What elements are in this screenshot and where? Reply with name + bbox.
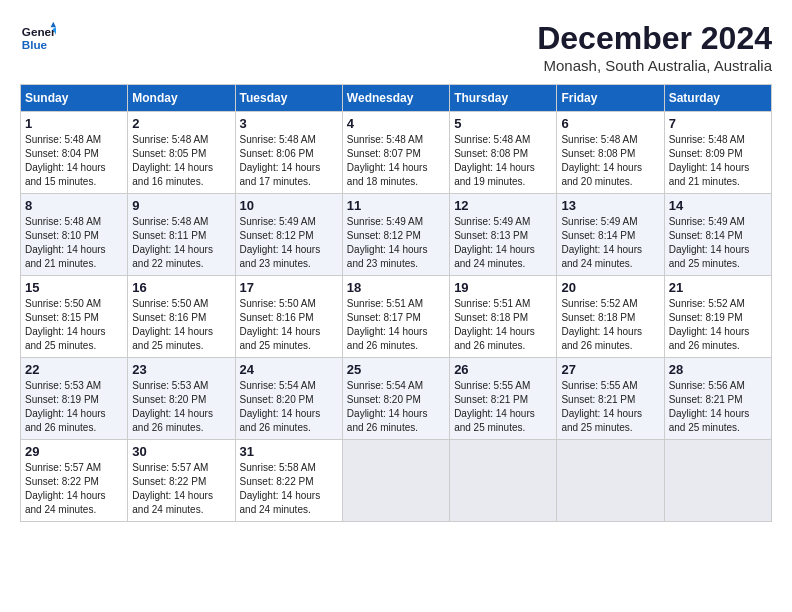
calendar-week-row: 29 Sunrise: 5:57 AM Sunset: 8:22 PM Dayl… bbox=[21, 440, 772, 522]
calendar-cell bbox=[450, 440, 557, 522]
day-info: Sunrise: 5:50 AM Sunset: 8:16 PM Dayligh… bbox=[132, 297, 230, 353]
calendar-cell: 16 Sunrise: 5:50 AM Sunset: 8:16 PM Dayl… bbox=[128, 276, 235, 358]
calendar-cell: 21 Sunrise: 5:52 AM Sunset: 8:19 PM Dayl… bbox=[664, 276, 771, 358]
day-number: 8 bbox=[25, 198, 123, 213]
calendar-cell bbox=[664, 440, 771, 522]
day-info: Sunrise: 5:58 AM Sunset: 8:22 PM Dayligh… bbox=[240, 461, 338, 517]
day-info: Sunrise: 5:54 AM Sunset: 8:20 PM Dayligh… bbox=[347, 379, 445, 435]
calendar-cell: 13 Sunrise: 5:49 AM Sunset: 8:14 PM Dayl… bbox=[557, 194, 664, 276]
day-info: Sunrise: 5:57 AM Sunset: 8:22 PM Dayligh… bbox=[25, 461, 123, 517]
header-friday: Friday bbox=[557, 85, 664, 112]
header-thursday: Thursday bbox=[450, 85, 557, 112]
day-info: Sunrise: 5:48 AM Sunset: 8:06 PM Dayligh… bbox=[240, 133, 338, 189]
day-info: Sunrise: 5:49 AM Sunset: 8:12 PM Dayligh… bbox=[347, 215, 445, 271]
day-number: 24 bbox=[240, 362, 338, 377]
calendar-cell: 12 Sunrise: 5:49 AM Sunset: 8:13 PM Dayl… bbox=[450, 194, 557, 276]
svg-text:Blue: Blue bbox=[22, 38, 48, 51]
day-info: Sunrise: 5:51 AM Sunset: 8:18 PM Dayligh… bbox=[454, 297, 552, 353]
calendar-cell: 27 Sunrise: 5:55 AM Sunset: 8:21 PM Dayl… bbox=[557, 358, 664, 440]
day-number: 4 bbox=[347, 116, 445, 131]
day-info: Sunrise: 5:48 AM Sunset: 8:09 PM Dayligh… bbox=[669, 133, 767, 189]
header-sunday: Sunday bbox=[21, 85, 128, 112]
day-info: Sunrise: 5:48 AM Sunset: 8:10 PM Dayligh… bbox=[25, 215, 123, 271]
calendar-week-row: 1 Sunrise: 5:48 AM Sunset: 8:04 PM Dayli… bbox=[21, 112, 772, 194]
day-number: 17 bbox=[240, 280, 338, 295]
calendar-table: SundayMondayTuesdayWednesdayThursdayFrid… bbox=[20, 84, 772, 522]
calendar-cell: 29 Sunrise: 5:57 AM Sunset: 8:22 PM Dayl… bbox=[21, 440, 128, 522]
logo: General Blue bbox=[20, 20, 56, 56]
calendar-cell: 24 Sunrise: 5:54 AM Sunset: 8:20 PM Dayl… bbox=[235, 358, 342, 440]
day-number: 30 bbox=[132, 444, 230, 459]
day-info: Sunrise: 5:48 AM Sunset: 8:08 PM Dayligh… bbox=[561, 133, 659, 189]
calendar-cell: 10 Sunrise: 5:49 AM Sunset: 8:12 PM Dayl… bbox=[235, 194, 342, 276]
day-info: Sunrise: 5:55 AM Sunset: 8:21 PM Dayligh… bbox=[561, 379, 659, 435]
day-number: 20 bbox=[561, 280, 659, 295]
day-number: 18 bbox=[347, 280, 445, 295]
calendar-cell: 19 Sunrise: 5:51 AM Sunset: 8:18 PM Dayl… bbox=[450, 276, 557, 358]
title-block: December 2024 Monash, South Australia, A… bbox=[537, 20, 772, 74]
location-subtitle: Monash, South Australia, Australia bbox=[537, 57, 772, 74]
calendar-cell: 22 Sunrise: 5:53 AM Sunset: 8:19 PM Dayl… bbox=[21, 358, 128, 440]
day-number: 5 bbox=[454, 116, 552, 131]
calendar-cell: 11 Sunrise: 5:49 AM Sunset: 8:12 PM Dayl… bbox=[342, 194, 449, 276]
day-number: 22 bbox=[25, 362, 123, 377]
header-wednesday: Wednesday bbox=[342, 85, 449, 112]
calendar-cell: 4 Sunrise: 5:48 AM Sunset: 8:07 PM Dayli… bbox=[342, 112, 449, 194]
day-info: Sunrise: 5:52 AM Sunset: 8:18 PM Dayligh… bbox=[561, 297, 659, 353]
calendar-cell: 31 Sunrise: 5:58 AM Sunset: 8:22 PM Dayl… bbox=[235, 440, 342, 522]
day-number: 3 bbox=[240, 116, 338, 131]
day-number: 9 bbox=[132, 198, 230, 213]
day-info: Sunrise: 5:50 AM Sunset: 8:16 PM Dayligh… bbox=[240, 297, 338, 353]
calendar-cell: 3 Sunrise: 5:48 AM Sunset: 8:06 PM Dayli… bbox=[235, 112, 342, 194]
calendar-cell: 20 Sunrise: 5:52 AM Sunset: 8:18 PM Dayl… bbox=[557, 276, 664, 358]
day-number: 15 bbox=[25, 280, 123, 295]
day-number: 19 bbox=[454, 280, 552, 295]
calendar-cell: 8 Sunrise: 5:48 AM Sunset: 8:10 PM Dayli… bbox=[21, 194, 128, 276]
calendar-cell: 6 Sunrise: 5:48 AM Sunset: 8:08 PM Dayli… bbox=[557, 112, 664, 194]
header-tuesday: Tuesday bbox=[235, 85, 342, 112]
calendar-header-row: SundayMondayTuesdayWednesdayThursdayFrid… bbox=[21, 85, 772, 112]
day-number: 25 bbox=[347, 362, 445, 377]
day-number: 16 bbox=[132, 280, 230, 295]
day-info: Sunrise: 5:49 AM Sunset: 8:12 PM Dayligh… bbox=[240, 215, 338, 271]
day-info: Sunrise: 5:54 AM Sunset: 8:20 PM Dayligh… bbox=[240, 379, 338, 435]
month-title: December 2024 bbox=[537, 20, 772, 57]
day-number: 7 bbox=[669, 116, 767, 131]
calendar-cell: 7 Sunrise: 5:48 AM Sunset: 8:09 PM Dayli… bbox=[664, 112, 771, 194]
header-saturday: Saturday bbox=[664, 85, 771, 112]
day-number: 21 bbox=[669, 280, 767, 295]
day-number: 6 bbox=[561, 116, 659, 131]
day-info: Sunrise: 5:49 AM Sunset: 8:14 PM Dayligh… bbox=[669, 215, 767, 271]
day-number: 29 bbox=[25, 444, 123, 459]
calendar-cell: 15 Sunrise: 5:50 AM Sunset: 8:15 PM Dayl… bbox=[21, 276, 128, 358]
calendar-cell: 1 Sunrise: 5:48 AM Sunset: 8:04 PM Dayli… bbox=[21, 112, 128, 194]
logo-icon: General Blue bbox=[20, 20, 56, 56]
day-info: Sunrise: 5:48 AM Sunset: 8:11 PM Dayligh… bbox=[132, 215, 230, 271]
day-number: 31 bbox=[240, 444, 338, 459]
calendar-week-row: 22 Sunrise: 5:53 AM Sunset: 8:19 PM Dayl… bbox=[21, 358, 772, 440]
day-info: Sunrise: 5:53 AM Sunset: 8:20 PM Dayligh… bbox=[132, 379, 230, 435]
calendar-week-row: 8 Sunrise: 5:48 AM Sunset: 8:10 PM Dayli… bbox=[21, 194, 772, 276]
day-number: 10 bbox=[240, 198, 338, 213]
page-header: General Blue December 2024 Monash, South… bbox=[20, 20, 772, 74]
calendar-cell: 14 Sunrise: 5:49 AM Sunset: 8:14 PM Dayl… bbox=[664, 194, 771, 276]
calendar-cell bbox=[557, 440, 664, 522]
calendar-cell: 26 Sunrise: 5:55 AM Sunset: 8:21 PM Dayl… bbox=[450, 358, 557, 440]
day-number: 2 bbox=[132, 116, 230, 131]
day-info: Sunrise: 5:53 AM Sunset: 8:19 PM Dayligh… bbox=[25, 379, 123, 435]
day-info: Sunrise: 5:48 AM Sunset: 8:07 PM Dayligh… bbox=[347, 133, 445, 189]
day-number: 27 bbox=[561, 362, 659, 377]
day-info: Sunrise: 5:55 AM Sunset: 8:21 PM Dayligh… bbox=[454, 379, 552, 435]
day-info: Sunrise: 5:50 AM Sunset: 8:15 PM Dayligh… bbox=[25, 297, 123, 353]
day-info: Sunrise: 5:49 AM Sunset: 8:13 PM Dayligh… bbox=[454, 215, 552, 271]
day-number: 26 bbox=[454, 362, 552, 377]
day-number: 23 bbox=[132, 362, 230, 377]
day-info: Sunrise: 5:48 AM Sunset: 8:08 PM Dayligh… bbox=[454, 133, 552, 189]
calendar-cell bbox=[342, 440, 449, 522]
day-info: Sunrise: 5:48 AM Sunset: 8:05 PM Dayligh… bbox=[132, 133, 230, 189]
day-info: Sunrise: 5:57 AM Sunset: 8:22 PM Dayligh… bbox=[132, 461, 230, 517]
calendar-week-row: 15 Sunrise: 5:50 AM Sunset: 8:15 PM Dayl… bbox=[21, 276, 772, 358]
day-info: Sunrise: 5:56 AM Sunset: 8:21 PM Dayligh… bbox=[669, 379, 767, 435]
calendar-cell: 9 Sunrise: 5:48 AM Sunset: 8:11 PM Dayli… bbox=[128, 194, 235, 276]
day-info: Sunrise: 5:51 AM Sunset: 8:17 PM Dayligh… bbox=[347, 297, 445, 353]
